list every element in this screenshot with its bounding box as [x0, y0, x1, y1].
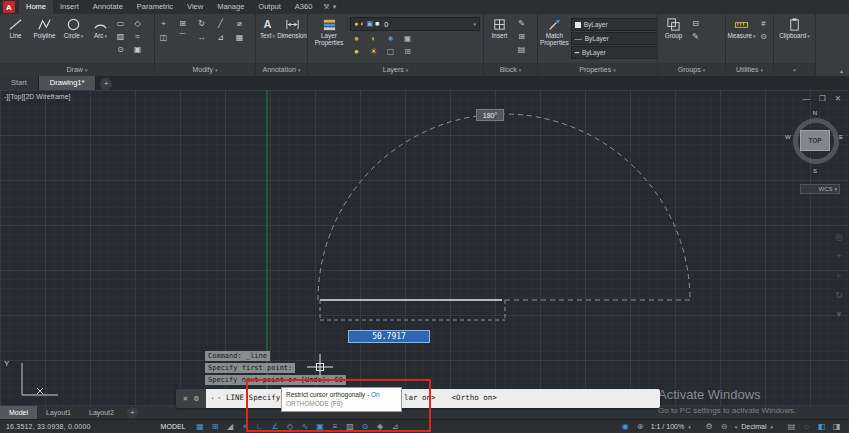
layer-select[interactable]: ●◐▣■ 0 ▾ [350, 17, 480, 31]
autoscale-icon[interactable]: ⊕ [634, 420, 647, 433]
region-icon[interactable]: ▣ [131, 44, 144, 55]
viewcube[interactable]: N W E S TOP WCS ▾ [786, 108, 844, 196]
viewcube-south[interactable]: S [786, 168, 844, 174]
zoom-icon[interactable]: ⌕ [835, 270, 843, 281]
fillet-icon[interactable]: ⌒ [176, 32, 189, 43]
pan-icon[interactable]: + [835, 251, 843, 261]
clipboard-button[interactable]: Clipboard▾ [778, 15, 812, 40]
minimize-icon[interactable]: — [802, 94, 810, 103]
utilities-panel-label[interactable]: Utilities▾ [726, 63, 773, 76]
viewcube-west[interactable]: W [785, 134, 791, 140]
units-button[interactable]: Decimal [741, 423, 766, 430]
properties-panel-label[interactable]: Properties▾ [538, 63, 657, 76]
group-button[interactable]: Group [660, 15, 687, 40]
viewcube-east[interactable]: E [839, 134, 843, 140]
layout-tab-layout2[interactable]: Layout2 [80, 406, 123, 419]
workspace-switching-icon[interactable]: ⚙ [703, 420, 716, 433]
layer-color-swatch[interactable]: ■ [375, 18, 379, 30]
dynamic-input-field[interactable]: 50.7917 [348, 330, 430, 343]
polyline-button[interactable]: Polyline [31, 15, 58, 40]
groups-panel-label[interactable]: Groups▾ [658, 63, 725, 76]
rectangle-icon[interactable]: ▭ [114, 18, 127, 29]
linetype-select[interactable]: — ByLayer ▾ [571, 32, 657, 45]
layer-lock-icon[interactable]: ▣ [366, 18, 373, 30]
ribbon-collapse-icon[interactable]: ▴ [834, 65, 849, 76]
file-tab-drawing1[interactable]: Drawing1* [39, 76, 97, 90]
dimension-button[interactable]: Dimension [279, 15, 305, 40]
layout-tab-model[interactable]: Model [0, 406, 37, 419]
lineweight-select[interactable]: ━ ByLayer ▾ [571, 46, 657, 59]
caret-down-icon[interactable]: ▾ [770, 424, 773, 430]
restore-icon[interactable]: ❐ [819, 94, 826, 103]
create-block-icon[interactable]: ⊞ [515, 31, 528, 42]
steering-wheel-icon[interactable]: ◎ [835, 232, 843, 242]
layer-on-icon[interactable]: ● [354, 18, 358, 30]
new-drawing-plus-icon[interactable]: + [100, 78, 112, 90]
quick-calc-icon[interactable]: # [757, 18, 770, 29]
move-icon[interactable]: + [157, 18, 170, 29]
text-button[interactable]: A Text▾ [258, 15, 277, 40]
customize-icon[interactable]: ⚙ [193, 395, 199, 403]
close-icon[interactable]: ✕ [835, 94, 841, 103]
layer-lock-tool-icon[interactable]: ▣ [401, 33, 414, 44]
wcs-dropdown[interactable]: WCS ▾ [800, 184, 840, 194]
arc-button[interactable]: Arc▾ [89, 15, 112, 40]
revision-cloud-icon[interactable]: ≈ [131, 31, 144, 42]
autocad-logo[interactable]: A [3, 1, 15, 13]
tab-home[interactable]: Home [19, 0, 53, 14]
stretch-icon[interactable]: ↔ [195, 32, 208, 43]
annotation-visibility-icon[interactable]: ◉ [619, 420, 632, 433]
model-space-button[interactable]: MODEL [161, 423, 186, 430]
orbit-icon[interactable]: ↻ [835, 290, 843, 300]
line-button[interactable]: Line [2, 15, 29, 40]
hatch-icon[interactable]: ▨ [114, 31, 127, 42]
block-panel-label[interactable]: Block▾ [484, 63, 537, 76]
trim-icon[interactable]: ╱ [214, 18, 227, 29]
clipboard-panel-label[interactable]: ▾ [774, 63, 815, 76]
file-tab-start[interactable]: Start [0, 76, 39, 90]
caret-down-icon[interactable]: ▾ [333, 3, 337, 11]
erase-icon[interactable]: ⌀ [233, 18, 246, 29]
insert-button[interactable]: Insert [486, 15, 513, 40]
ellipse-icon[interactable]: ◇ [131, 18, 144, 29]
define-attributes-icon[interactable]: ▤ [515, 44, 528, 55]
annotation-scale-button[interactable]: 1:1 / 100% [651, 423, 684, 430]
id-point-icon[interactable]: ⊙ [757, 31, 770, 42]
scale-icon[interactable]: ⊿ [214, 32, 227, 43]
layer-thaw-icon[interactable]: ☀ [367, 46, 380, 57]
object-color-select[interactable]: ByLayer ▾ [571, 18, 657, 31]
tab-manage[interactable]: Manage [210, 0, 251, 14]
draw-panel-label[interactable]: Draw▾ [0, 63, 154, 76]
layers-panel-label[interactable]: Layers▾ [308, 63, 483, 76]
layer-isolate-icon[interactable]: ◐ [367, 33, 380, 44]
ungroup-icon[interactable]: ⊟ [689, 18, 702, 29]
new-layout-plus-icon[interactable]: + [127, 407, 138, 418]
caret-down-icon[interactable]: ▾ [735, 424, 738, 430]
viewcube-top-face[interactable]: TOP [800, 130, 830, 151]
tab-parametric[interactable]: Parametric [130, 0, 180, 14]
layer-off-icon[interactable]: ● [350, 33, 363, 44]
quick-properties-icon[interactable]: ▤ [785, 420, 798, 433]
grid-icon[interactable]: ▦ [194, 420, 207, 433]
ribbon-tools-icon[interactable]: ⚒ [323, 3, 329, 11]
layer-freeze-icon[interactable]: ◐ [360, 18, 364, 30]
layer-freeze-tool-icon[interactable]: ∗ [384, 33, 397, 44]
array-icon[interactable]: ▦ [233, 32, 246, 43]
viewport-controls-label[interactable]: -][Top][2D Wireframe] [4, 93, 71, 100]
layout-tab-layout1[interactable]: Layout1 [37, 406, 80, 419]
group-edit-icon[interactable]: ✎ [689, 31, 702, 42]
caret-down-icon[interactable]: ▾ [688, 424, 691, 430]
caret-down-icon[interactable]: ▾ [211, 395, 214, 401]
annotation-monitor-icon[interactable]: ⊖ [718, 420, 731, 433]
close-icon[interactable]: ✕ [182, 395, 188, 403]
layer-match-icon[interactable]: ⊞ [401, 46, 414, 57]
isolate-objects-icon[interactable]: ◌ [800, 420, 813, 433]
tab-view[interactable]: View [180, 0, 210, 14]
tab-annotate[interactable]: Annotate [86, 0, 130, 14]
tab-insert[interactable]: Insert [53, 0, 86, 14]
match-properties-button[interactable]: Match Properties [540, 15, 569, 47]
modify-panel-label[interactable]: Modify▾ [155, 63, 255, 76]
mirror-icon[interactable]: ◫ [157, 32, 170, 43]
tab-output[interactable]: Output [251, 0, 288, 14]
snap-mode-icon[interactable]: ⊞ [209, 420, 222, 433]
